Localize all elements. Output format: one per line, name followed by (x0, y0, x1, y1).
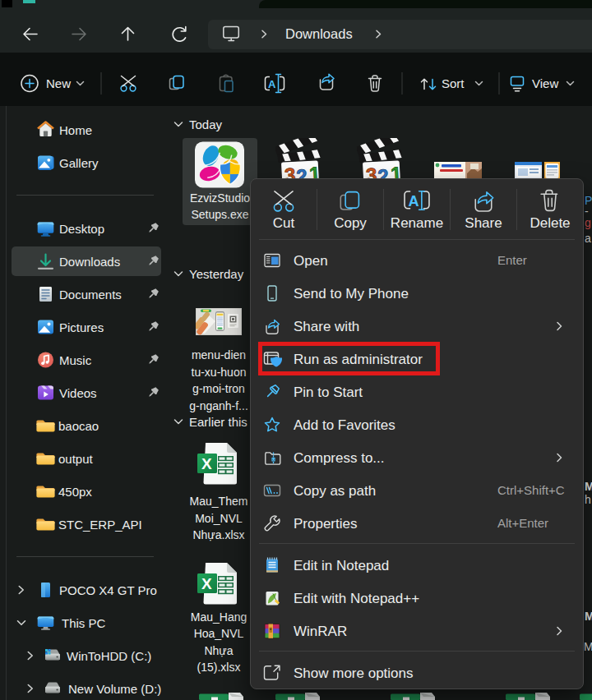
svg-text:A: A (409, 193, 419, 210)
svg-text:A: A (268, 78, 276, 90)
svg-text:X: X (201, 455, 212, 472)
